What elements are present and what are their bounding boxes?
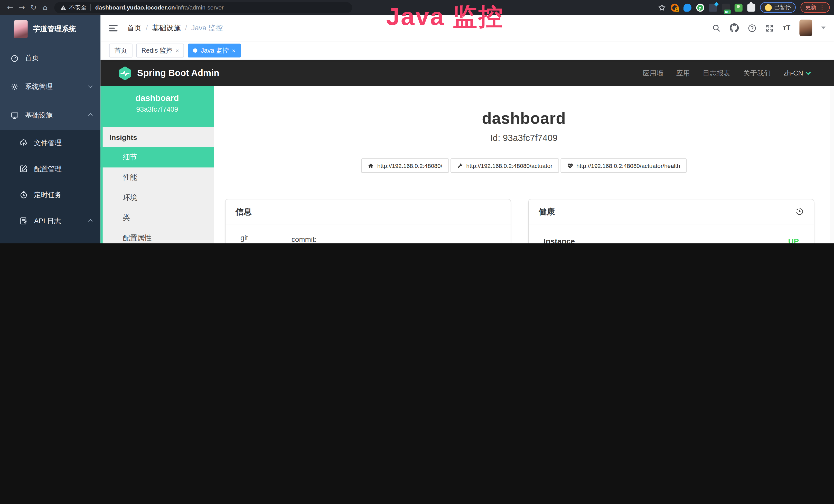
address-bar[interactable]: 不安全 dashboard.yudao.iocoder.cn/infra/adm…	[54, 2, 352, 13]
browser-back-icon[interactable]: ←	[4, 3, 16, 12]
font-size-icon[interactable]: ᴛT	[783, 24, 791, 32]
wrench-icon	[457, 162, 463, 169]
sba-sidebar: dashboard 93a3fc7f7409 Insights 细节 性能 环境…	[101, 86, 214, 244]
info-card-title: 信息	[225, 200, 511, 224]
extensions-puzzle-icon[interactable]	[747, 3, 755, 11]
sidebar-item-access-log[interactable]: 访问日志	[0, 234, 101, 244]
sba-app-name: dashboard	[101, 93, 214, 103]
extension-pin-icon[interactable]	[683, 3, 691, 11]
extension-person-icon[interactable]	[734, 3, 742, 11]
monitor-icon	[10, 111, 19, 119]
tab-redis-monitor[interactable]: Redis 监控 ×	[136, 44, 184, 58]
health-card-title: 健康	[539, 207, 555, 217]
sidebar-item-file-manage[interactable]: 文件管理	[0, 130, 101, 156]
chevron-down-icon	[88, 84, 93, 88]
info-card: 信息 git commit: time: 1596289704000 id: 2…	[225, 200, 511, 244]
annotation-java-monitor: Java 监控	[386, 0, 504, 33]
screen: ← → ↻ ⌂ 不安全 dashboard.yudao.iocoder.cn/i…	[0, 0, 834, 244]
help-icon[interactable]	[748, 24, 756, 32]
extension-grid-icon[interactable]	[709, 3, 717, 11]
log-doc-icon	[20, 217, 28, 225]
history-icon[interactable]	[795, 207, 804, 216]
chevron-up-icon	[88, 113, 93, 118]
sba-header: Spring Boot Admin 应用墙 应用 日志报表 关于我们 zh-CN	[101, 60, 834, 86]
breadcrumb: 首页 / 基础设施 / Java 监控	[127, 23, 223, 32]
content-scrollbar[interactable]	[830, 86, 834, 244]
extension-circle-icon[interactable]: y	[696, 3, 704, 11]
home-gauge-icon	[10, 54, 19, 62]
sba-item-details[interactable]: 细节	[101, 147, 214, 168]
sba-nav-wallboard[interactable]: 应用墙	[643, 68, 663, 78]
sidebar-item-home[interactable]: 首页	[0, 44, 101, 72]
sba-logo-icon	[118, 66, 132, 81]
breadcrumb-home[interactable]: 首页	[127, 23, 141, 32]
sba-insights-section: Insights 细节 性能 环境 类 配置属性 计划任务	[101, 127, 214, 244]
browser-forward-icon[interactable]: →	[16, 3, 28, 12]
fullscreen-icon[interactable]	[765, 24, 774, 32]
app-logo[interactable]: 芋道管理系统	[0, 15, 101, 44]
bookmark-star-icon[interactable]	[658, 3, 666, 11]
browser-menu-icon[interactable]: ⋮	[819, 5, 825, 10]
tab-home[interactable]: 首页	[109, 44, 133, 58]
chevron-up-icon	[88, 219, 93, 223]
search-icon[interactable]	[712, 24, 721, 32]
user-avatar[interactable]	[799, 20, 812, 36]
address-divider	[90, 4, 91, 11]
chevron-down-icon	[806, 70, 811, 75]
browser-home-icon[interactable]: ⌂	[39, 3, 51, 12]
url-path[interactable]: /infra/admin-server	[175, 4, 224, 11]
profile-avatar-emoji	[765, 4, 772, 11]
sba-nav-journal[interactable]: 日志报表	[703, 68, 730, 78]
security-warning-icon	[60, 5, 67, 10]
instance-title: dashboard	[214, 110, 834, 128]
health-url-button[interactable]: http://192.168.0.2:48080/actuator/health	[561, 158, 686, 173]
actuator-url-button[interactable]: http://192.168.0.2:48080/actuator	[450, 158, 559, 173]
health-card: 健康 Instance UP	[529, 200, 814, 244]
close-icon[interactable]: ×	[232, 47, 235, 54]
health-status-badge: UP	[788, 237, 799, 244]
profile-paused-chip[interactable]: 已暂停	[760, 2, 796, 13]
browser-update-button[interactable]: 更新 ⋮	[800, 2, 830, 13]
sba-app-id: 93a3fc7f7409	[101, 105, 214, 113]
sidebar-item-api-log[interactable]: API 日志	[0, 208, 101, 234]
sba-item-classes[interactable]: 类	[103, 208, 214, 228]
sidebar-item-scheduled-job[interactable]: 定时任务	[0, 182, 101, 208]
sba-nav-about[interactable]: 关于我们	[743, 68, 771, 78]
cloud-upload-icon	[20, 139, 28, 146]
github-icon[interactable]	[729, 23, 739, 32]
sba-item-metrics[interactable]: 性能	[103, 167, 214, 188]
edit-square-icon	[20, 165, 28, 173]
url-host[interactable]: dashboard.yudao.iocoder.cn	[95, 4, 175, 11]
close-icon[interactable]: ×	[175, 47, 179, 54]
sba-language-select[interactable]: zh-CN	[784, 69, 810, 77]
breadcrumb-infra[interactable]: 基础设施	[152, 23, 181, 32]
security-label[interactable]: 不安全	[69, 3, 87, 11]
user-menu-caret-icon[interactable]	[821, 27, 826, 29]
heartbeat-icon	[567, 162, 573, 169]
extension-switch-icon[interactable]: on	[722, 3, 729, 11]
tab-java-monitor[interactable]: Java 监控 ×	[188, 44, 241, 58]
timer-icon	[20, 191, 28, 199]
extension-oneclick-icon[interactable]: 1	[671, 3, 678, 11]
active-tab-dot	[193, 48, 198, 53]
sba-brand[interactable]: Spring Boot Admin	[118, 66, 219, 81]
app-logo-image	[14, 20, 28, 38]
home-icon	[368, 162, 374, 169]
sidebar-item-infra[interactable]: 基础设施	[0, 101, 101, 130]
sba-item-configprops[interactable]: 配置属性	[103, 228, 214, 244]
sba-nav-applications[interactable]: 应用	[676, 68, 690, 78]
sidebar-collapse-icon[interactable]	[109, 25, 118, 31]
app-sidebar: 芋道管理系统 首页 系统管理 基础设施 文件管理	[0, 15, 101, 244]
instance-id: Id: 93a3fc7f7409	[214, 133, 834, 143]
sidebar-item-config-manage[interactable]: 配置管理	[0, 156, 101, 182]
gear-icon	[10, 83, 19, 91]
info-value: commit: time: 1596289704000 id: 27aa832 …	[291, 234, 367, 244]
browser-reload-icon[interactable]: ↻	[28, 3, 40, 12]
instance-url-button[interactable]: http://192.168.0.2:48080/	[361, 158, 449, 173]
sba-item-environment[interactable]: 环境	[103, 188, 214, 208]
info-key: git	[240, 234, 291, 244]
sidebar-item-system[interactable]: 系统管理	[0, 72, 101, 101]
sba-insights-label: Insights	[103, 127, 214, 147]
app-title: 芋道管理系统	[33, 24, 76, 34]
sba-selected-app[interactable]: dashboard 93a3fc7f7409	[101, 86, 214, 127]
